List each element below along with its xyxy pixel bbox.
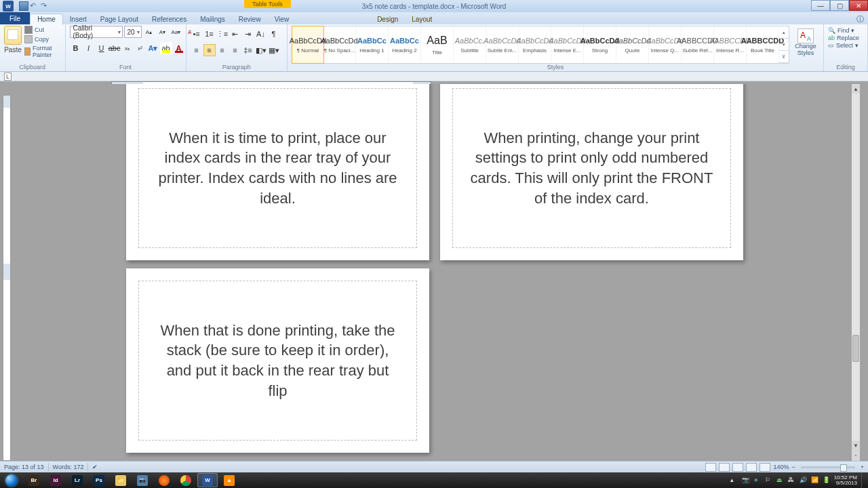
ribbon-minimize-icon[interactable]: ⓘ	[856, 14, 864, 24]
tab-home[interactable]: Home	[30, 14, 63, 24]
ruler-toggle-icon[interactable]: L	[4, 73, 12, 81]
bullets-button[interactable]: •≡	[191, 28, 203, 40]
tray-clock[interactable]: 10:52 PM 9/5/2013	[834, 475, 857, 486]
tab-file[interactable]: File	[0, 12, 30, 24]
index-card-1[interactable]: When it is time to print, place our inde…	[126, 84, 429, 260]
align-left-button[interactable]: ≡	[191, 44, 203, 56]
copy-button[interactable]: Copy	[24, 35, 61, 43]
decrease-indent-button[interactable]: ⇤	[229, 28, 241, 40]
index-card-3[interactable]: When that is done printing, take the sta…	[126, 268, 429, 453]
numbering-button[interactable]: 1≡	[203, 28, 216, 40]
fullscreen-view-button[interactable]	[719, 463, 730, 472]
style-heading2[interactable]: AaBbCcHeading 2	[389, 26, 421, 63]
tray-battery-icon[interactable]: 🔋	[823, 476, 830, 484]
borders-button[interactable]: ▦▾	[268, 44, 280, 56]
tab-view[interactable]: View	[268, 14, 296, 24]
tray-safely-remove-icon[interactable]: ⏏	[776, 476, 784, 484]
paste-button[interactable]: Paste	[4, 26, 22, 54]
tab-review[interactable]: Review	[232, 14, 268, 24]
start-button[interactable]	[0, 472, 23, 488]
scroll-up-icon[interactable]: ▲	[852, 84, 860, 94]
vertical-ruler[interactable]	[3, 95, 11, 461]
strike-button[interactable]: abc	[108, 42, 121, 54]
tab-mailings[interactable]: Mailings	[193, 14, 232, 24]
replace-button[interactable]: abReplace	[828, 35, 859, 41]
taskbar-app-indesign[interactable]: Id	[45, 473, 66, 487]
change-styles-button[interactable]: Change Styles	[792, 26, 819, 57]
show-desktop-button[interactable]	[861, 472, 865, 488]
font-size-combo[interactable]: 20	[124, 26, 142, 38]
style-nospacing[interactable]: AaBbCcDd¶ No Spaci...	[323, 26, 356, 63]
draft-view-button[interactable]	[760, 463, 770, 472]
highlight-button[interactable]: ab	[160, 42, 172, 54]
prev-page-icon[interactable]: ◦	[852, 450, 860, 460]
undo-icon[interactable]: ↶	[30, 1, 39, 11]
word-count[interactable]: Words: 172	[53, 464, 84, 470]
align-right-button[interactable]: ≡	[216, 44, 229, 56]
taskbar-app-photoshop[interactable]: Ps	[89, 473, 109, 487]
scroll-down-icon[interactable]: ▼	[852, 441, 860, 450]
tray-volume-icon[interactable]: 🔊	[800, 476, 807, 484]
format-painter-button[interactable]: Format Painter	[24, 45, 61, 58]
style-emphasis[interactable]: AaBbCcDdEmphasis	[519, 26, 551, 63]
card-text[interactable]: When that is done printing, take the sta…	[155, 321, 400, 401]
tray-bluetooth-icon[interactable]: ∗	[753, 476, 761, 484]
style-title[interactable]: AaBTitle	[421, 26, 454, 63]
outline-view-button[interactable]	[746, 463, 757, 472]
tray-wifi-icon[interactable]: 📶	[811, 476, 818, 484]
tray-camera-icon[interactable]: 📷	[742, 476, 749, 484]
style-intense-quote[interactable]: AaBbCcDdIntense Q...	[649, 26, 682, 63]
show-marks-button[interactable]: ¶	[268, 28, 280, 40]
style-heading1[interactable]: AaBbCcHeading 1	[356, 26, 389, 63]
zoom-slider[interactable]	[801, 466, 855, 468]
styles-more-button[interactable]: ▴▾⊻	[779, 26, 789, 63]
tray-action-center-icon[interactable]: ⚐	[765, 476, 772, 484]
style-subtle-ref[interactable]: AABBCCDDSubtle Ref...	[682, 26, 714, 63]
italic-button[interactable]: I	[83, 42, 95, 54]
justify-button[interactable]: ≡	[229, 44, 241, 56]
bold-button[interactable]: B	[70, 42, 82, 54]
tab-references[interactable]: References	[145, 14, 193, 24]
subscript-button[interactable]: x₂	[121, 42, 134, 54]
taskbar-app-explorer[interactable]: 📁	[111, 473, 131, 487]
vertical-scrollbar[interactable]: ▲ ▼ ◦ ▾	[852, 84, 860, 469]
sort-button[interactable]: A↓	[255, 28, 267, 40]
multilevel-button[interactable]: ⋮≡	[216, 28, 229, 40]
style-subtitle[interactable]: AaBbCc.Subtitle	[454, 26, 486, 63]
align-center-button[interactable]: ≡	[203, 44, 216, 56]
increase-indent-button[interactable]: ⇥	[242, 28, 254, 40]
tray-show-hidden-icon[interactable]: ▴	[730, 476, 738, 484]
taskbar-app-vlc[interactable]: ▲	[219, 473, 239, 487]
taskbar-app-firefox[interactable]	[154, 473, 174, 487]
shrink-font-button[interactable]: A▾	[157, 26, 169, 38]
index-card-2[interactable]: When printing, change your print setting…	[440, 84, 743, 260]
zoom-out-button[interactable]: −	[791, 464, 795, 470]
style-intense-emph[interactable]: AaBbCcDdIntense E...	[551, 26, 584, 63]
print-layout-view-button[interactable]	[705, 463, 716, 472]
taskbar-app-lightroom[interactable]: Lr	[67, 473, 87, 487]
cut-button[interactable]: Cut	[24, 26, 61, 34]
style-quote[interactable]: AaBbCcDdQuote	[616, 26, 649, 63]
proofing-icon[interactable]: ✔	[92, 464, 98, 470]
tab-table-design[interactable]: Design	[370, 14, 405, 24]
zoom-in-button[interactable]: +	[861, 464, 864, 470]
style-subtle-emph[interactable]: AaBbCcDdSubtle Em...	[486, 26, 519, 63]
page-status[interactable]: Page: 13 of 13	[4, 464, 44, 470]
card-text[interactable]: When printing, change your print setting…	[469, 128, 714, 209]
shading-button[interactable]: ◧▾	[255, 44, 267, 56]
font-name-combo[interactable]: Calibri (Body)	[70, 26, 123, 38]
change-case-button[interactable]: Aa▾	[170, 26, 182, 38]
text-effects-button[interactable]: A▾	[147, 42, 159, 54]
taskbar-app-word[interactable]: W	[197, 473, 218, 487]
zoom-level[interactable]: 140%	[773, 464, 789, 470]
card-text[interactable]: When it is time to print, place our inde…	[155, 128, 400, 209]
save-icon[interactable]	[19, 1, 28, 11]
close-button[interactable]: ✕	[849, 0, 868, 11]
style-normal[interactable]: AaBbCcDd¶ Normal	[292, 26, 324, 64]
select-button[interactable]: ▭Select ▾	[828, 42, 859, 49]
style-intense-ref[interactable]: AABBCCDDIntense R...	[714, 26, 747, 63]
taskbar-app-bridge[interactable]: Br	[24, 473, 44, 487]
tab-page-layout[interactable]: Page Layout	[94, 14, 145, 24]
redo-icon[interactable]: ↷	[41, 1, 50, 11]
superscript-button[interactable]: x²	[134, 42, 146, 54]
